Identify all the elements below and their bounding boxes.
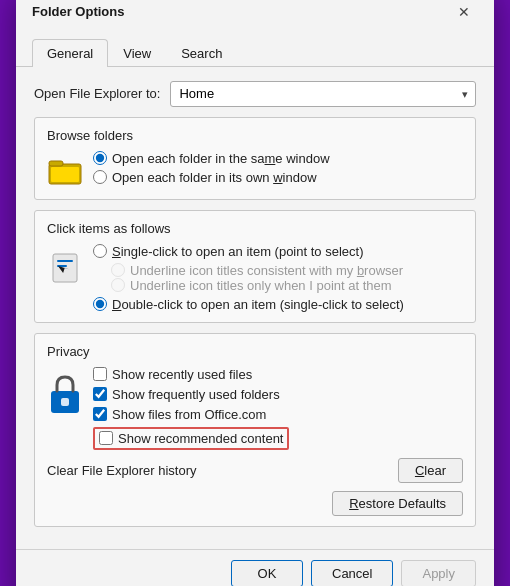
clear-history-label: Clear File Explorer history bbox=[47, 463, 197, 478]
show-recent-files-checkbox[interactable] bbox=[93, 367, 107, 381]
underline-point-option[interactable]: Underline icon titles only when I point … bbox=[111, 278, 404, 293]
privacy-checkbox-group: Show recently used files Show frequently… bbox=[93, 367, 289, 450]
open-explorer-label: Open File Explorer to: bbox=[34, 86, 160, 101]
dialog-footer: OK Cancel Apply bbox=[16, 549, 494, 587]
browse-folders-radio-group: Open each folder in the same window Open… bbox=[93, 151, 330, 185]
single-click-option[interactable]: Single-click to open an item (point to s… bbox=[93, 244, 404, 259]
underline-point-radio bbox=[111, 278, 125, 292]
folder-icon bbox=[47, 153, 83, 189]
underline-browser-label: Underline icon titles consistent with my… bbox=[130, 263, 403, 278]
browse-own-window-radio[interactable] bbox=[93, 170, 107, 184]
browse-same-window[interactable]: Open each folder in the same window bbox=[93, 151, 330, 166]
restore-defaults-button[interactable]: Restore Defaults bbox=[332, 491, 463, 516]
click-items-layout: Single-click to open an item (point to s… bbox=[47, 244, 463, 312]
browse-folders-section: Browse folders Open each folder in the s… bbox=[34, 117, 476, 200]
double-click-radio[interactable] bbox=[93, 297, 107, 311]
browse-folders-title: Browse folders bbox=[47, 128, 463, 143]
show-frequent-folders-label: Show frequently used folders bbox=[112, 387, 280, 402]
privacy-title: Privacy bbox=[47, 344, 463, 359]
show-recommended-content-checkbox[interactable] bbox=[99, 431, 113, 445]
browse-same-window-radio[interactable] bbox=[93, 151, 107, 165]
underline-options: Underline icon titles consistent with my… bbox=[111, 263, 404, 293]
show-office-files-checkbox[interactable] bbox=[93, 407, 107, 421]
svg-rect-8 bbox=[61, 398, 69, 406]
svg-rect-4 bbox=[57, 260, 73, 262]
tab-content: Open File Explorer to: Home This PC Quic… bbox=[16, 67, 494, 549]
open-explorer-select-wrapper: Home This PC Quick Access bbox=[170, 81, 476, 107]
dialog-title: Folder Options bbox=[32, 4, 124, 19]
show-recent-files-label: Show recently used files bbox=[112, 367, 252, 382]
svg-rect-2 bbox=[51, 167, 79, 182]
underline-browser-option[interactable]: Underline icon titles consistent with my… bbox=[111, 263, 404, 278]
open-explorer-row: Open File Explorer to: Home This PC Quic… bbox=[34, 81, 476, 107]
title-bar: Folder Options ✕ bbox=[16, 0, 494, 26]
cancel-button[interactable]: Cancel bbox=[311, 560, 393, 587]
browse-own-window[interactable]: Open each folder in its own window bbox=[93, 170, 330, 185]
ok-button[interactable]: OK bbox=[231, 560, 303, 587]
click-items-radio-group: Single-click to open an item (point to s… bbox=[93, 244, 404, 312]
show-frequent-folders-checkbox[interactable] bbox=[93, 387, 107, 401]
underline-point-label: Underline icon titles only when I point … bbox=[130, 278, 392, 293]
show-office-files-label: Show files from Office.com bbox=[112, 407, 266, 422]
single-click-radio[interactable] bbox=[93, 244, 107, 258]
privacy-layout: Show recently used files Show frequently… bbox=[47, 367, 463, 450]
browse-same-window-label: Open each folder in the same window bbox=[112, 151, 330, 166]
browse-folders-layout: Open each folder in the same window Open… bbox=[47, 151, 463, 189]
cursor-icon bbox=[47, 248, 83, 288]
privacy-section: Privacy Show recently used files bbox=[34, 333, 476, 527]
tab-search[interactable]: Search bbox=[166, 39, 237, 67]
restore-row: Restore Defaults bbox=[47, 491, 463, 516]
open-explorer-select[interactable]: Home This PC Quick Access bbox=[170, 81, 476, 107]
show-recent-files[interactable]: Show recently used files bbox=[93, 367, 289, 382]
clear-button[interactable]: Clear bbox=[398, 458, 463, 483]
clear-history-row: Clear File Explorer history Clear bbox=[47, 458, 463, 483]
click-items-section: Click items as follows Single-click to o… bbox=[34, 210, 476, 323]
tab-view[interactable]: View bbox=[108, 39, 166, 67]
svg-rect-1 bbox=[49, 161, 63, 166]
show-recommended-content-label: Show recommended content bbox=[118, 431, 283, 446]
show-office-files[interactable]: Show files from Office.com bbox=[93, 407, 289, 422]
privacy-icon bbox=[47, 371, 83, 419]
double-click-label: Double-click to open an item (single-cli… bbox=[112, 297, 404, 312]
tab-general[interactable]: General bbox=[32, 39, 108, 67]
single-click-label: Single-click to open an item (point to s… bbox=[112, 244, 363, 259]
show-frequent-folders[interactable]: Show frequently used folders bbox=[93, 387, 289, 402]
underline-browser-radio bbox=[111, 263, 125, 277]
apply-button[interactable]: Apply bbox=[401, 560, 476, 587]
folder-options-dialog: Folder Options ✕ General View Search Ope… bbox=[16, 0, 494, 586]
browse-own-window-label: Open each folder in its own window bbox=[112, 170, 317, 185]
double-click-option[interactable]: Double-click to open an item (single-cli… bbox=[93, 297, 404, 312]
show-recommended-content[interactable]: Show recommended content bbox=[93, 427, 289, 450]
tabs-container: General View Search bbox=[16, 30, 494, 67]
click-items-title: Click items as follows bbox=[47, 221, 463, 236]
close-button[interactable]: ✕ bbox=[450, 0, 478, 26]
